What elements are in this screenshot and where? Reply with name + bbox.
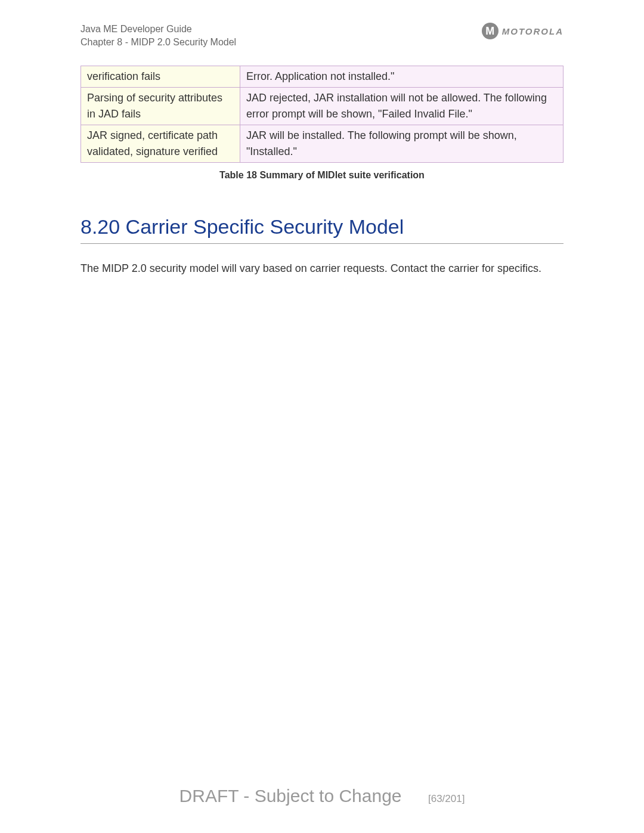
page-number: [63/201] <box>428 793 465 804</box>
page-content: verification fails Error. Application no… <box>80 66 564 278</box>
draft-notice: DRAFT - Subject to Change <box>179 786 402 806</box>
verification-table: verification fails Error. Application no… <box>80 66 564 163</box>
header-text-block: Java ME Developer Guide Chapter 8 - MIDP… <box>80 23 236 49</box>
table-row: verification fails Error. Application no… <box>81 66 564 88</box>
page-footer: DRAFT - Subject to Change [63/201] <box>0 786 644 806</box>
table-cell: Parsing of security attributes in JAD fa… <box>81 88 240 125</box>
page-header: Java ME Developer Guide Chapter 8 - MIDP… <box>80 23 564 49</box>
section-heading: 8.20 Carrier Specific Security Model <box>80 215 564 244</box>
brand-logo: MOTOROLA <box>482 23 564 39</box>
chapter-line: Chapter 8 - MIDP 2.0 Security Model <box>80 36 236 49</box>
guide-title: Java ME Developer Guide <box>80 23 236 36</box>
table-caption: Table 18 Summary of MIDlet suite verific… <box>80 170 564 181</box>
table-cell: verification fails <box>81 66 240 88</box>
table-row: JAR signed, certificate path validated, … <box>81 125 564 163</box>
table-cell: Error. Application not installed." <box>240 66 563 88</box>
table-cell: JAR signed, certificate path validated, … <box>81 125 240 163</box>
table-cell: JAD rejected, JAR installation will not … <box>240 88 563 125</box>
brand-name: MOTOROLA <box>502 26 564 36</box>
motorola-icon <box>482 23 499 39</box>
table-row: Parsing of security attributes in JAD fa… <box>81 88 564 125</box>
section-body: The MIDP 2.0 security model will vary ba… <box>80 258 564 278</box>
table-cell: JAR will be installed. The following pro… <box>240 125 563 163</box>
